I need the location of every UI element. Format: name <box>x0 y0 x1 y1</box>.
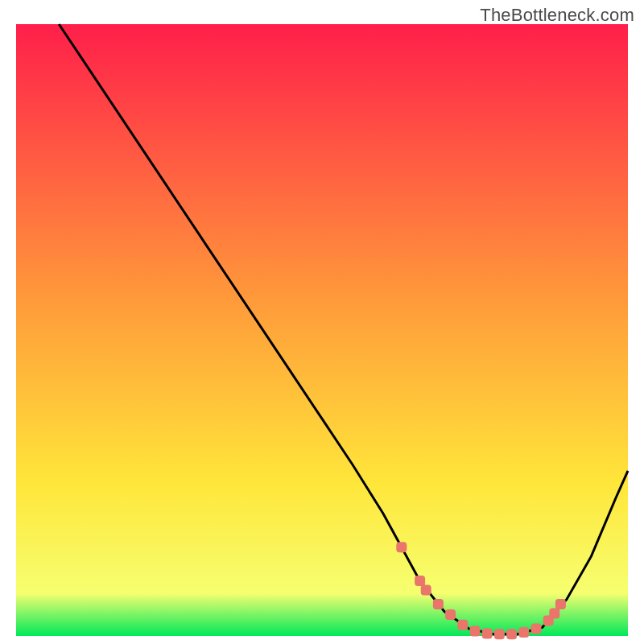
marker-point <box>506 629 517 639</box>
marker-point <box>494 629 505 639</box>
marker-point <box>396 542 407 552</box>
marker-point <box>433 599 444 609</box>
marker-point <box>482 629 493 639</box>
marker-point <box>421 585 431 596</box>
marker-point <box>445 609 456 620</box>
marker-point <box>555 599 566 609</box>
marker-point <box>470 625 481 636</box>
bottleneck-chart <box>0 0 644 644</box>
chart-frame: TheBottleneck.com <box>0 0 644 644</box>
marker-point <box>531 623 542 634</box>
gradient-background <box>16 24 628 636</box>
marker-point <box>415 576 425 586</box>
marker-point <box>518 627 529 638</box>
marker-point <box>457 620 468 630</box>
marker-point <box>549 608 559 618</box>
